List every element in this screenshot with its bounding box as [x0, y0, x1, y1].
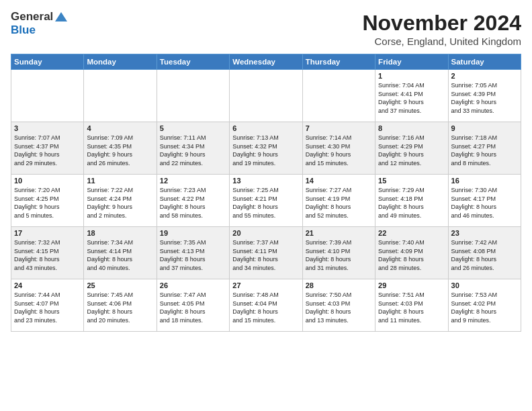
day-number: 11 [87, 177, 153, 185]
calendar-cell: 8Sunrise: 7:16 AMSunset: 4:29 PMDaylight… [375, 122, 448, 175]
calendar-cell: 25Sunrise: 7:45 AMSunset: 4:06 PMDayligh… [84, 279, 157, 332]
day-info: Sunrise: 7:47 AMSunset: 4:05 PMDaylight:… [160, 291, 226, 324]
day-info: Sunrise: 7:51 AMSunset: 4:03 PMDaylight:… [378, 291, 445, 324]
day-info: Sunrise: 7:13 AMSunset: 4:32 PMDaylight:… [232, 134, 299, 167]
day-number: 16 [451, 177, 518, 185]
weekday-header-saturday: Saturday [448, 54, 521, 70]
calendar-cell: 19Sunrise: 7:35 AMSunset: 4:13 PMDayligh… [157, 227, 229, 279]
day-number: 24 [14, 281, 81, 289]
day-info: Sunrise: 7:53 AMSunset: 4:02 PMDaylight:… [451, 291, 518, 324]
day-info: Sunrise: 7:40 AMSunset: 4:09 PMDaylight:… [378, 238, 445, 272]
day-info: Sunrise: 7:07 AMSunset: 4:37 PMDaylight:… [14, 134, 81, 167]
calendar-cell: 2Sunrise: 7:05 AMSunset: 4:39 PMDaylight… [448, 70, 521, 122]
calendar-cell: 24Sunrise: 7:44 AMSunset: 4:07 PMDayligh… [11, 279, 84, 332]
day-number: 10 [14, 177, 81, 185]
calendar-cell: 22Sunrise: 7:40 AMSunset: 4:09 PMDayligh… [375, 227, 448, 279]
calendar-table: SundayMondayTuesdayWednesdayThursdayFrid… [11, 54, 521, 332]
day-number: 3 [14, 124, 81, 132]
day-info: Sunrise: 7:09 AMSunset: 4:35 PMDaylight:… [87, 134, 153, 167]
calendar-cell: 3Sunrise: 7:07 AMSunset: 4:37 PMDaylight… [11, 122, 84, 175]
day-number: 27 [232, 281, 299, 289]
day-number: 13 [232, 177, 299, 185]
day-info: Sunrise: 7:18 AMSunset: 4:27 PMDaylight:… [451, 134, 518, 167]
day-info: Sunrise: 7:30 AMSunset: 4:17 PMDaylight:… [451, 186, 518, 220]
calendar-cell: 28Sunrise: 7:50 AMSunset: 4:03 PMDayligh… [302, 279, 375, 332]
day-number: 23 [451, 229, 518, 237]
day-info: Sunrise: 7:44 AMSunset: 4:07 PMDaylight:… [14, 291, 81, 324]
weekday-header-tuesday: Tuesday [157, 54, 229, 70]
logo: General Blue [11, 11, 69, 36]
day-info: Sunrise: 7:25 AMSunset: 4:21 PMDaylight:… [232, 186, 299, 220]
day-number: 18 [87, 229, 153, 237]
day-info: Sunrise: 7:37 AMSunset: 4:11 PMDaylight:… [232, 238, 299, 272]
day-number: 6 [232, 124, 299, 132]
calendar-cell: 17Sunrise: 7:32 AMSunset: 4:15 PMDayligh… [11, 227, 84, 279]
calendar-cell: 12Sunrise: 7:23 AMSunset: 4:22 PMDayligh… [157, 175, 229, 227]
calendar-cell: 26Sunrise: 7:47 AMSunset: 4:05 PMDayligh… [157, 279, 229, 332]
header: General Blue November 2024 Corse, Englan… [11, 11, 521, 47]
day-number: 20 [232, 229, 299, 237]
calendar-cell: 21Sunrise: 7:39 AMSunset: 4:10 PMDayligh… [302, 227, 375, 279]
day-number: 29 [378, 281, 445, 289]
calendar-cell: 13Sunrise: 7:25 AMSunset: 4:21 PMDayligh… [230, 175, 302, 227]
weekday-header-thursday: Thursday [302, 54, 375, 70]
day-info: Sunrise: 7:23 AMSunset: 4:22 PMDaylight:… [160, 186, 226, 220]
day-info: Sunrise: 7:22 AMSunset: 4:24 PMDaylight:… [87, 186, 153, 220]
day-number: 1 [378, 72, 445, 80]
logo-general: General [11, 11, 53, 24]
calendar-cell: 11Sunrise: 7:22 AMSunset: 4:24 PMDayligh… [84, 175, 157, 227]
day-number: 25 [87, 281, 153, 289]
day-number: 2 [451, 72, 518, 80]
calendar-cell: 20Sunrise: 7:37 AMSunset: 4:11 PMDayligh… [230, 227, 302, 279]
day-info: Sunrise: 7:50 AMSunset: 4:03 PMDaylight:… [306, 291, 372, 324]
logo-icon [54, 11, 69, 23]
day-number: 26 [160, 281, 226, 289]
calendar-cell: 1Sunrise: 7:04 AMSunset: 4:41 PMDaylight… [375, 70, 448, 122]
weekday-header-friday: Friday [375, 54, 448, 70]
day-info: Sunrise: 7:45 AMSunset: 4:06 PMDaylight:… [87, 291, 153, 324]
calendar-cell [302, 70, 375, 122]
svg-marker-0 [55, 12, 67, 21]
day-info: Sunrise: 7:20 AMSunset: 4:25 PMDaylight:… [14, 186, 81, 220]
day-number: 28 [306, 281, 372, 289]
calendar-cell: 27Sunrise: 7:48 AMSunset: 4:04 PMDayligh… [230, 279, 302, 332]
calendar-cell [84, 70, 157, 122]
day-info: Sunrise: 7:04 AMSunset: 4:41 PMDaylight:… [378, 81, 445, 115]
calendar-cell: 29Sunrise: 7:51 AMSunset: 4:03 PMDayligh… [375, 279, 448, 332]
calendar-cell: 5Sunrise: 7:11 AMSunset: 4:34 PMDaylight… [157, 122, 229, 175]
day-number: 22 [378, 229, 445, 237]
calendar-cell [11, 70, 84, 122]
day-number: 12 [160, 177, 226, 185]
title-area: November 2024 Corse, England, United Kin… [362, 11, 521, 47]
day-number: 7 [306, 124, 372, 132]
calendar-cell [230, 70, 302, 122]
weekday-header-wednesday: Wednesday [230, 54, 302, 70]
calendar-cell: 14Sunrise: 7:27 AMSunset: 4:19 PMDayligh… [302, 175, 375, 227]
calendar-cell: 9Sunrise: 7:18 AMSunset: 4:27 PMDaylight… [448, 122, 521, 175]
day-info: Sunrise: 7:16 AMSunset: 4:29 PMDaylight:… [378, 134, 445, 167]
day-number: 17 [14, 229, 81, 237]
calendar-cell: 10Sunrise: 7:20 AMSunset: 4:25 PMDayligh… [11, 175, 84, 227]
calendar-cell: 23Sunrise: 7:42 AMSunset: 4:08 PMDayligh… [448, 227, 521, 279]
calendar-cell: 6Sunrise: 7:13 AMSunset: 4:32 PMDaylight… [230, 122, 302, 175]
page-subtitle: Corse, England, United Kingdom [362, 36, 521, 47]
logo-blue: Blue [11, 24, 36, 36]
day-info: Sunrise: 7:14 AMSunset: 4:30 PMDaylight:… [306, 134, 372, 167]
day-number: 14 [306, 177, 372, 185]
calendar-cell: 18Sunrise: 7:34 AMSunset: 4:14 PMDayligh… [84, 227, 157, 279]
page-title: November 2024 [362, 11, 521, 36]
day-info: Sunrise: 7:32 AMSunset: 4:15 PMDaylight:… [14, 238, 81, 272]
day-number: 5 [160, 124, 226, 132]
calendar-cell: 15Sunrise: 7:29 AMSunset: 4:18 PMDayligh… [375, 175, 448, 227]
day-info: Sunrise: 7:11 AMSunset: 4:34 PMDaylight:… [160, 134, 226, 167]
day-info: Sunrise: 7:48 AMSunset: 4:04 PMDaylight:… [232, 291, 299, 324]
day-info: Sunrise: 7:27 AMSunset: 4:19 PMDaylight:… [306, 186, 372, 220]
day-number: 8 [378, 124, 445, 132]
day-info: Sunrise: 7:29 AMSunset: 4:18 PMDaylight:… [378, 186, 445, 220]
weekday-header-monday: Monday [84, 54, 157, 70]
day-info: Sunrise: 7:42 AMSunset: 4:08 PMDaylight:… [451, 238, 518, 272]
calendar-cell: 7Sunrise: 7:14 AMSunset: 4:30 PMDaylight… [302, 122, 375, 175]
day-number: 9 [451, 124, 518, 132]
day-number: 19 [160, 229, 226, 237]
day-info: Sunrise: 7:39 AMSunset: 4:10 PMDaylight:… [306, 238, 372, 272]
